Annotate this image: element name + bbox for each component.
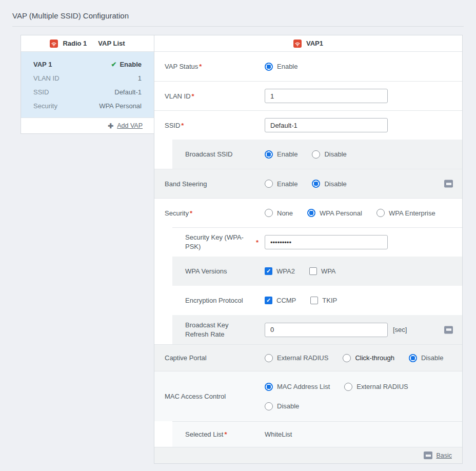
list-item: SSID Default-1: [33, 88, 142, 96]
vap-status-text: Enable: [120, 61, 142, 68]
captive-portal-external-radius-radio[interactable]: External RADIUS: [265, 354, 328, 362]
basic-collapse-icon[interactable]: [424, 452, 432, 459]
mac-disable-radio[interactable]: Disable: [265, 402, 299, 410]
page-title: VAP (Multiple SSID) Configuration: [0, 0, 476, 20]
checkbox-icon[interactable]: [309, 267, 317, 275]
add-vap-button[interactable]: Add VAP: [117, 122, 143, 129]
selected-list-value: WhiteList: [265, 430, 292, 438]
radio-icon[interactable]: [265, 180, 273, 188]
radio-icon[interactable]: [312, 150, 320, 159]
mac-address-list-radio[interactable]: MAC Address List: [265, 383, 330, 391]
row-band-steering: Band Steering Enable Disable: [154, 169, 462, 198]
radio-selected-icon[interactable]: [265, 150, 273, 159]
checkbox-checked-icon[interactable]: [265, 297, 272, 304]
radio-selected-icon[interactable]: [312, 180, 320, 188]
row-wpa-versions: WPA Versions WPA2 WPA: [154, 257, 462, 286]
ccmp-checkbox[interactable]: CCMP: [265, 297, 296, 304]
security-wpa-personal-radio[interactable]: WPA Personal: [307, 209, 362, 217]
radio-icon[interactable]: [265, 209, 273, 217]
broadcast-ssid-label: Broadcast SSID: [172, 150, 265, 158]
row-ssid: SSID*: [154, 110, 462, 140]
radio-icon[interactable]: [265, 402, 273, 410]
vap-status-options: Enable: [265, 63, 298, 71]
security-key-input[interactable]: [265, 235, 388, 249]
required-marker: *: [192, 92, 194, 100]
radio-selected-icon[interactable]: [265, 383, 273, 391]
vap-list-title: VAP List: [98, 40, 125, 47]
selected-list-label: Selected List*: [172, 430, 265, 438]
vap-configuration-content: Radio 1 VAP List VAP 1 ✔ Enable VLAN ID …: [21, 35, 463, 464]
vap-card-top: VAP 1 ✔ Enable: [33, 61, 142, 68]
band-steering-enable-radio[interactable]: Enable: [265, 180, 298, 188]
tkip-checkbox[interactable]: TKIP: [310, 297, 337, 304]
wpa2-checkbox[interactable]: WPA2: [265, 267, 295, 275]
required-marker: *: [224, 430, 227, 438]
vap-status-badge: ✔ Enable: [111, 61, 142, 68]
security-key-label: Security Key (WPA-PSK) *: [172, 233, 265, 251]
wpa-versions-label: WPA Versions: [172, 267, 265, 275]
row-encryption-protocol: Encryption Protocol CCMP TKIP: [154, 286, 462, 315]
wpa-checkbox[interactable]: WPA: [309, 267, 336, 275]
vap-name: VAP 1: [33, 61, 52, 68]
row-selected-list: Selected List* WhiteList: [154, 421, 462, 447]
band-steering-options: Enable Disable: [265, 180, 347, 188]
encryption-protocol-options: CCMP TKIP: [265, 297, 337, 304]
security-options: None WPA Personal WPA Enterprise: [265, 209, 435, 217]
radio-icon[interactable]: [344, 383, 352, 391]
card-field-value: Default-1: [114, 88, 142, 96]
captive-portal-options: External RADIUS Click-through Disable: [265, 354, 443, 362]
security-wpa-enterprise-radio[interactable]: WPA Enterprise: [376, 209, 435, 217]
mac-external-radius-radio[interactable]: External RADIUS: [344, 383, 408, 391]
broadcast-ssid-disable-radio[interactable]: Disable: [312, 150, 346, 159]
card-field-value: 1: [138, 74, 142, 82]
band-steering-collapse-button[interactable]: [444, 180, 453, 188]
vap1-wifi-icon: [293, 40, 302, 48]
ssid-label: SSID*: [154, 122, 265, 129]
radio-selected-icon[interactable]: [307, 209, 315, 217]
broadcast-key-refresh-rate-input[interactable]: [265, 323, 388, 337]
vap-status-enable-radio[interactable]: Enable: [265, 63, 298, 71]
radio-icon[interactable]: [343, 354, 351, 362]
broadcast-key-collapse-button[interactable]: [444, 326, 453, 333]
radio-icon[interactable]: [376, 209, 385, 217]
vap1-config-panel: VAP1 VAP Status* Enable VLAN ID*: [154, 35, 463, 464]
security-none-radio[interactable]: None: [265, 209, 293, 217]
checkbox-checked-icon[interactable]: [265, 267, 272, 275]
encryption-protocol-label: Encryption Protocol: [172, 297, 265, 304]
row-vlan-id: VLAN ID*: [154, 81, 462, 110]
panel-footer: Basic: [154, 447, 462, 463]
card-field-label: Security: [33, 102, 57, 110]
wpa-versions-options: WPA2 WPA: [265, 267, 336, 275]
captive-portal-click-through-radio[interactable]: Click-through: [343, 354, 394, 362]
required-marker: *: [256, 239, 259, 246]
captive-portal-disable-radio[interactable]: Disable: [409, 354, 443, 362]
list-item: Security WPA Personal: [33, 102, 142, 110]
broadcast-key-refresh-rate-label: Broadcast Key Refresh Rate: [172, 321, 265, 339]
radio-icon[interactable]: [265, 354, 273, 362]
row-broadcast-ssid: Broadcast SSID Enable Disable: [154, 140, 462, 169]
broadcast-ssid-enable-radio[interactable]: Enable: [265, 150, 298, 159]
checkbox-icon[interactable]: [310, 297, 318, 304]
vap1-title: VAP1: [306, 40, 323, 47]
required-marker: *: [199, 63, 202, 70]
vap-list-item-vap1[interactable]: VAP 1 ✔ Enable VLAN ID 1 SSID Default-1 …: [21, 52, 154, 117]
radio-selected-icon[interactable]: [409, 354, 417, 362]
radio-selected-icon[interactable]: [265, 63, 273, 71]
mac-access-control-options: MAC Address List External RADIUS Disable: [265, 383, 408, 410]
broadcast-ssid-options: Enable Disable: [265, 150, 347, 159]
ssid-input[interactable]: [265, 118, 388, 132]
row-security: Security* None WPA Personal WPA Enterpri…: [154, 198, 462, 227]
band-steering-disable-radio[interactable]: Disable: [312, 180, 346, 188]
radio-wifi-icon: [50, 40, 58, 48]
vlan-id-input[interactable]: [265, 89, 388, 103]
captive-portal-label: Captive Portal: [154, 354, 265, 362]
vap-list-header: Radio 1 VAP List: [21, 35, 154, 52]
basic-link[interactable]: Basic: [436, 452, 452, 459]
title-divider: [12, 26, 464, 27]
card-field-value: WPA Personal: [99, 102, 142, 110]
row-vap-status: VAP Status* Enable: [154, 52, 462, 81]
vap1-header: VAP1: [154, 35, 462, 52]
seconds-unit-label: [sec]: [393, 326, 407, 333]
vlan-id-label: VLAN ID*: [154, 92, 265, 100]
card-field-label: VLAN ID: [33, 74, 60, 82]
